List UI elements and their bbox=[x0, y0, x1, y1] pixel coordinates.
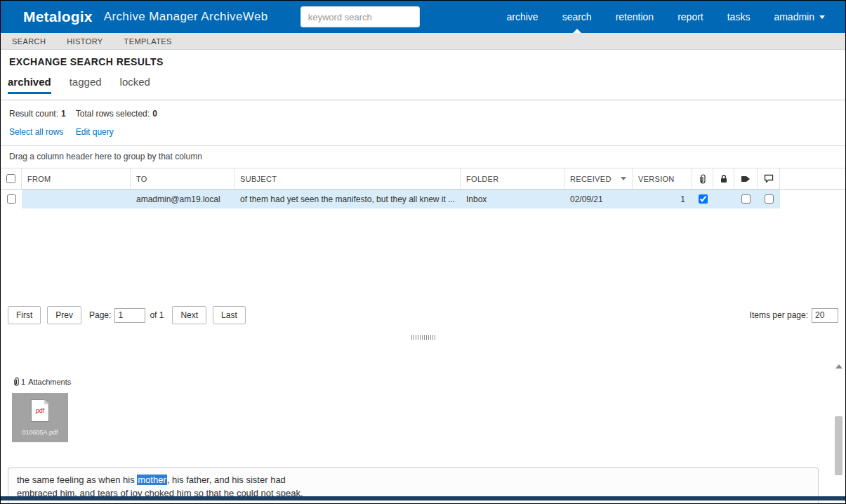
select-all-checkbox[interactable] bbox=[6, 174, 15, 183]
column-header-filler bbox=[780, 168, 845, 189]
page-number-input[interactable] bbox=[114, 308, 145, 323]
column-header-from[interactable]: FROM bbox=[22, 168, 131, 189]
first-page-button[interactable]: First bbox=[8, 306, 41, 324]
page-of-label: of 1 bbox=[150, 310, 164, 320]
subnav-search[interactable]: SEARCH bbox=[12, 37, 46, 46]
splitter-grip-icon[interactable] bbox=[411, 335, 435, 340]
preview-panel: 1 Attachments pdf 010605A.pdf the same f… bbox=[1, 347, 845, 504]
rows-selected-value: 0 bbox=[152, 109, 157, 119]
table-row[interactable]: amadmin@am19.local of them had yet seen … bbox=[1, 190, 845, 208]
select-all-checkbox-cell bbox=[1, 168, 22, 189]
column-header-version[interactable]: VERSION bbox=[633, 168, 692, 189]
tag-icon bbox=[741, 175, 751, 183]
row-tagged-cell bbox=[734, 190, 758, 208]
row-comment-checkbox[interactable] bbox=[765, 194, 774, 204]
grid-empty-area bbox=[1, 208, 845, 300]
items-per-page: Items per page: bbox=[750, 308, 838, 323]
items-per-page-label: Items per page: bbox=[750, 310, 808, 320]
page-title: EXCHANGE SEARCH RESULTS bbox=[9, 56, 845, 67]
result-count-value: 1 bbox=[61, 109, 66, 119]
row-checkbox-cell bbox=[1, 190, 22, 208]
column-header-received-label: RECEIVED bbox=[570, 175, 612, 183]
row-attachment-cell bbox=[692, 190, 713, 208]
vertical-scrollbar[interactable] bbox=[833, 360, 845, 504]
paperclip-icon bbox=[699, 174, 706, 184]
body-text: , his father, and his sister had bbox=[167, 475, 286, 485]
select-all-rows-link[interactable]: Select all rows bbox=[9, 127, 63, 137]
row-to-cell: amadmin@am19.local bbox=[131, 190, 234, 208]
pdf-file-icon: pdf bbox=[31, 399, 49, 422]
tab-tagged[interactable]: tagged bbox=[70, 76, 102, 94]
main-nav: archive search retention report tasks am… bbox=[494, 1, 845, 33]
lock-icon bbox=[720, 174, 728, 183]
pagination-bar: First Prev Page: of 1 Next Last Items pe… bbox=[1, 300, 845, 331]
row-locked-cell bbox=[713, 190, 734, 208]
search-hit-highlight: mother bbox=[137, 475, 166, 485]
attachment-filename: 010605A.pdf bbox=[22, 429, 58, 436]
row-tagged-checkbox[interactable] bbox=[741, 194, 751, 204]
row-attachment-checkbox[interactable] bbox=[699, 194, 708, 204]
prev-page-button[interactable]: Prev bbox=[47, 306, 81, 324]
body-line-1: the same feeling as when his mother, his… bbox=[17, 473, 809, 486]
scroll-up-icon[interactable] bbox=[835, 364, 842, 369]
column-header-tagged[interactable] bbox=[734, 168, 758, 189]
edit-query-link[interactable]: Edit query bbox=[76, 127, 114, 137]
subnav-templates[interactable]: TEMPLATES bbox=[124, 37, 172, 46]
nav-user-menu[interactable]: amadmin bbox=[762, 1, 837, 33]
grid-header: FROM TO SUBJECT FOLDER RECEIVED VERSION bbox=[1, 168, 845, 190]
keyword-search bbox=[300, 6, 420, 27]
nav-archive[interactable]: archive bbox=[494, 1, 550, 33]
row-received-cell: 02/09/21 bbox=[564, 190, 633, 208]
items-per-page-input[interactable] bbox=[812, 308, 838, 323]
result-tabs: archived tagged locked bbox=[8, 76, 845, 94]
nav-report[interactable]: report bbox=[666, 1, 715, 33]
column-header-received[interactable]: RECEIVED bbox=[564, 168, 633, 189]
row-folder-cell: Inbox bbox=[461, 190, 564, 208]
row-from-cell bbox=[22, 190, 131, 208]
result-count-label: Result count: bbox=[9, 109, 58, 119]
row-comment-cell bbox=[758, 190, 780, 208]
nav-retention[interactable]: retention bbox=[604, 1, 666, 33]
comment-icon bbox=[764, 174, 774, 183]
sort-caret-icon[interactable] bbox=[621, 177, 626, 180]
tab-locked[interactable]: locked bbox=[120, 76, 150, 94]
page-label: Page: bbox=[89, 310, 111, 320]
column-header-comment[interactable] bbox=[758, 168, 780, 189]
scrollbar-thumb[interactable] bbox=[835, 416, 842, 475]
last-page-button[interactable]: Last bbox=[213, 306, 246, 324]
app-header: Metalogix Archive Manager ArchiveWeb arc… bbox=[1, 1, 845, 33]
row-subject-cell[interactable]: of them had yet seen the manifesto, but … bbox=[234, 190, 461, 208]
keyword-search-input[interactable] bbox=[300, 6, 420, 27]
chevron-down-icon bbox=[819, 15, 825, 19]
user-menu-label: amadmin bbox=[774, 11, 814, 22]
group-by-hint[interactable]: Drag a column header here to group by th… bbox=[1, 146, 845, 168]
metalogix-logo: Metalogix bbox=[23, 8, 93, 25]
result-info: Result count:1Total rows selected:0 bbox=[1, 100, 845, 119]
attachments-label: Attachments bbox=[28, 378, 71, 386]
row-select-checkbox[interactable] bbox=[7, 194, 16, 204]
column-header-to[interactable]: TO bbox=[131, 168, 234, 189]
attachment-thumbnail[interactable]: pdf 010605A.pdf bbox=[12, 393, 68, 442]
nav-tasks[interactable]: tasks bbox=[715, 1, 762, 33]
column-header-folder[interactable]: FOLDER bbox=[461, 168, 564, 189]
pdf-badge-label: pdf bbox=[36, 407, 45, 414]
body-text: the same feeling as when his bbox=[17, 475, 137, 485]
nav-search[interactable]: search bbox=[550, 1, 604, 33]
column-header-attachment[interactable] bbox=[692, 168, 713, 189]
app-title: Archive Manager ArchiveWeb bbox=[104, 10, 268, 24]
action-links: Select all rows Edit query bbox=[1, 119, 845, 146]
column-header-subject[interactable]: SUBJECT bbox=[234, 168, 461, 189]
tab-archived[interactable]: archived bbox=[8, 76, 51, 94]
subnav-history[interactable]: HISTORY bbox=[67, 37, 103, 46]
rows-selected-label: Total rows selected: bbox=[76, 109, 150, 119]
next-page-button[interactable]: Next bbox=[172, 306, 206, 324]
attachments-count: 1 bbox=[21, 378, 25, 386]
column-header-locked[interactable] bbox=[713, 168, 734, 189]
row-version-cell: 1 bbox=[633, 190, 692, 208]
footer-accent-bar bbox=[1, 496, 845, 500]
attachments-header: 1 Attachments bbox=[1, 347, 845, 386]
paperclip-icon bbox=[13, 377, 20, 386]
sub-nav: SEARCH HISTORY TEMPLATES bbox=[1, 33, 845, 50]
row-filler-cell bbox=[780, 190, 845, 208]
panel-splitter[interactable] bbox=[1, 335, 845, 347]
